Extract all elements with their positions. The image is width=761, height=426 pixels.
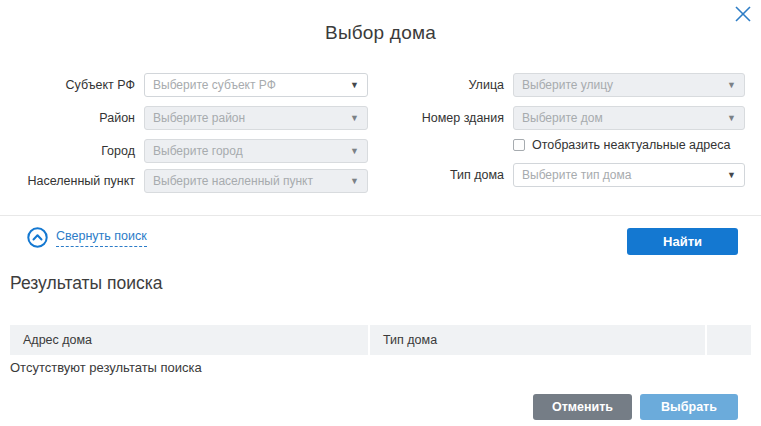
chevron-down-icon: ▼	[350, 80, 359, 90]
dropdown-settlement[interactable]: Выберите населенный пункт ▼	[144, 169, 368, 193]
dropdown-placeholder: Выберите субъект РФ	[153, 78, 276, 92]
chevron-down-icon: ▼	[727, 170, 736, 180]
form-row: Район Выберите район ▼	[0, 106, 368, 130]
dropdown-placeholder: Выберите город	[153, 144, 243, 158]
dropdown-house-type[interactable]: Выберите тип дома ▼	[513, 163, 745, 187]
dropdown-placeholder: Выберите населенный пункт	[153, 174, 313, 188]
dropdown-building-number[interactable]: Выберите дом ▼	[513, 106, 745, 130]
dropdown-district[interactable]: Выберите район ▼	[144, 106, 368, 130]
dropdown-street[interactable]: Выберите улицу ▼	[513, 73, 745, 97]
form-row: Населенный пункт Выберите населенный пун…	[0, 169, 368, 193]
chevron-down-icon: ▼	[727, 113, 736, 123]
form-row: Субъект РФ Выберите субъект РФ ▼	[0, 73, 368, 97]
chevron-down-icon: ▼	[350, 176, 359, 186]
select-button[interactable]: Выбрать	[640, 394, 738, 420]
column-header-address: Адрес дома	[10, 325, 368, 355]
dropdown-placeholder: Выберите район	[153, 111, 245, 125]
empty-results-message: Отсутствуют результаты поиска	[10, 360, 202, 375]
column-header-house-type: Тип дома	[370, 325, 705, 355]
dropdown-subject-rf[interactable]: Выберите субъект РФ ▼	[144, 73, 368, 97]
close-icon[interactable]	[733, 4, 753, 24]
chevron-up-circle-icon	[27, 227, 48, 248]
form-row: Номер здания Выберите дом ▼	[369, 106, 745, 130]
collapse-search-link[interactable]: Свернуть поиск	[27, 227, 147, 248]
divider	[0, 215, 761, 216]
form-row: Тип дома Выберите тип дома ▼	[369, 163, 745, 187]
dropdown-city[interactable]: Выберите город ▼	[144, 139, 368, 163]
dropdown-placeholder: Выберите улицу	[522, 78, 613, 92]
field-label-subject: Субъект РФ	[0, 78, 135, 92]
show-inactive-addresses-option: Отобразить неактуальные адреса	[513, 137, 730, 153]
chevron-down-icon: ▼	[350, 113, 359, 123]
field-label-city: Город	[0, 144, 135, 158]
dropdown-placeholder: Выберите дом	[522, 111, 603, 125]
dropdown-placeholder: Выберите тип дома	[522, 168, 631, 182]
results-heading: Результаты поиска	[10, 273, 163, 294]
field-label-house-type: Тип дома	[369, 168, 504, 182]
form-row: Город Выберите город ▼	[0, 139, 368, 163]
collapse-search-label: Свернуть поиск	[56, 229, 147, 247]
column-header-actions	[707, 325, 751, 355]
find-button[interactable]: Найти	[627, 228, 738, 255]
results-table-header: Адрес дома Тип дома	[10, 325, 751, 355]
cancel-button[interactable]: Отменить	[533, 394, 632, 420]
page-title: Выбор дома	[0, 22, 761, 44]
show-inactive-addresses-checkbox[interactable]	[513, 139, 525, 151]
field-label-building-number: Номер здания	[369, 111, 504, 125]
form-row: Улица Выберите улицу ▼	[369, 73, 745, 97]
house-selection-dialog: Выбор дома Субъект РФ Выберите субъект Р…	[0, 0, 761, 426]
field-label-street: Улица	[369, 78, 504, 92]
field-label-settlement: Населенный пункт	[0, 174, 135, 188]
chevron-down-icon: ▼	[727, 80, 736, 90]
checkbox-label: Отобразить неактуальные адреса	[532, 138, 730, 152]
field-label-district: Район	[0, 111, 135, 125]
chevron-down-icon: ▼	[350, 146, 359, 156]
